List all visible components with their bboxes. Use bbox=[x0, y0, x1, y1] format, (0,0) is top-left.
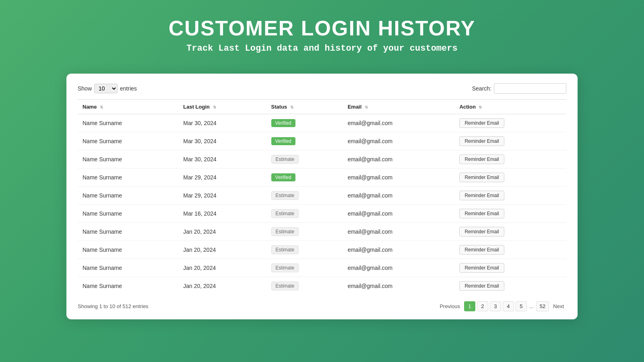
table-row: Name SurnameMar 30, 2024Estimateemail@gm… bbox=[78, 150, 566, 169]
status-badge: Estimate bbox=[271, 263, 299, 272]
pagination: Previous 1 2 3 4 5 ... 52 Next bbox=[437, 301, 566, 311]
search-input[interactable] bbox=[494, 83, 566, 94]
cell-action: Reminder Email bbox=[454, 187, 566, 205]
reminder-email-button[interactable]: Reminder Email bbox=[459, 281, 504, 291]
cell-action: Reminder Email bbox=[454, 150, 566, 169]
reminder-email-button[interactable]: Reminder Email bbox=[459, 209, 504, 218]
reminder-email-button[interactable]: Reminder Email bbox=[459, 191, 504, 200]
cell-last-login: Jan 20, 2024 bbox=[178, 241, 266, 259]
cell-status: Estimate bbox=[266, 277, 343, 295]
cell-action: Reminder Email bbox=[454, 132, 566, 150]
page-last-button[interactable]: 52 bbox=[536, 301, 549, 311]
sort-icon-status: ⇅ bbox=[290, 105, 293, 109]
table-header: Name ⇅ Last Login ⇅ Status ⇅ Email ⇅ Act… bbox=[78, 100, 566, 114]
data-table: Name ⇅ Last Login ⇅ Status ⇅ Email ⇅ Act… bbox=[78, 99, 566, 295]
cell-email: email@gmail.com bbox=[343, 223, 455, 241]
reminder-email-button[interactable]: Reminder Email bbox=[459, 245, 504, 255]
cell-last-login: Jan 20, 2024 bbox=[178, 259, 266, 277]
cell-last-login: Mar 30, 2024 bbox=[178, 132, 266, 150]
page-3-button[interactable]: 3 bbox=[490, 301, 501, 311]
col-header-last-login[interactable]: Last Login ⇅ bbox=[178, 100, 266, 114]
cell-name: Name Surname bbox=[78, 241, 178, 259]
reminder-email-button[interactable]: Reminder Email bbox=[459, 173, 504, 182]
page-subtitle: Track Last Login data and history of you… bbox=[169, 43, 475, 53]
table-body: Name SurnameMar 30, 2024Verifiedemail@gm… bbox=[78, 114, 566, 295]
cell-status: Estimate bbox=[266, 187, 343, 205]
cell-name: Name Surname bbox=[78, 114, 178, 132]
cell-status: Verified bbox=[266, 114, 343, 132]
cell-status: Verified bbox=[266, 132, 343, 150]
cell-name: Name Surname bbox=[78, 132, 178, 150]
reminder-email-button[interactable]: Reminder Email bbox=[459, 263, 504, 273]
cell-last-login: Mar 30, 2024 bbox=[178, 114, 266, 132]
cell-action: Reminder Email bbox=[454, 114, 566, 132]
status-badge: Verified bbox=[271, 119, 295, 127]
col-header-status[interactable]: Status ⇅ bbox=[266, 100, 343, 114]
table-row: Name SurnameMar 29, 2024Estimateemail@gm… bbox=[78, 187, 566, 205]
table-footer: Showing 1 to 10 of 512 entries Previous … bbox=[78, 301, 566, 311]
showing-text: Showing 1 to 10 of 512 entries bbox=[78, 303, 149, 309]
show-label-pre: Show bbox=[78, 85, 92, 92]
sort-icon-action: ⇅ bbox=[479, 105, 482, 109]
sort-icon-last-login: ⇅ bbox=[213, 105, 216, 109]
reminder-email-button[interactable]: Reminder Email bbox=[459, 136, 504, 146]
cell-email: email@gmail.com bbox=[343, 132, 455, 150]
cell-last-login: Mar 29, 2024 bbox=[178, 169, 266, 187]
cell-name: Name Surname bbox=[78, 150, 178, 169]
status-badge: Estimate bbox=[271, 191, 299, 200]
page-header: CUSTOMER LOGIN HISTORY Track Last Login … bbox=[169, 0, 475, 62]
table-row: Name SurnameJan 20, 2024Estimateemail@gm… bbox=[78, 259, 566, 277]
reminder-email-button[interactable]: Reminder Email bbox=[459, 118, 504, 128]
table-row: Name SurnameJan 20, 2024Estimateemail@gm… bbox=[78, 277, 566, 295]
cell-last-login: Jan 20, 2024 bbox=[178, 277, 266, 295]
table-controls: Show 10 25 50 100 entries Search: bbox=[78, 83, 566, 94]
cell-status: Estimate bbox=[266, 241, 343, 259]
status-badge: Estimate bbox=[271, 245, 299, 254]
status-badge: Estimate bbox=[271, 282, 299, 290]
reminder-email-button[interactable]: Reminder Email bbox=[459, 227, 504, 237]
cell-name: Name Surname bbox=[78, 223, 178, 241]
status-badge: Estimate bbox=[271, 155, 299, 164]
cell-name: Name Surname bbox=[78, 187, 178, 205]
pagination-ellipsis: ... bbox=[528, 302, 535, 311]
cell-last-login: Mar 30, 2024 bbox=[178, 150, 266, 169]
entries-select[interactable]: 10 25 50 100 bbox=[94, 84, 118, 93]
page-5-button[interactable]: 5 bbox=[516, 301, 527, 311]
cell-name: Name Surname bbox=[78, 205, 178, 223]
page-title: CUSTOMER LOGIN HISTORY bbox=[169, 16, 475, 40]
table-row: Name SurnameMar 29, 2024Verifiedemail@gm… bbox=[78, 169, 566, 187]
cell-status: Verified bbox=[266, 169, 343, 187]
show-entries-control: Show 10 25 50 100 entries bbox=[78, 84, 137, 93]
previous-button[interactable]: Previous bbox=[437, 302, 462, 311]
page-2-button[interactable]: 2 bbox=[477, 301, 488, 311]
col-header-email[interactable]: Email ⇅ bbox=[343, 100, 455, 114]
cell-email: email@gmail.com bbox=[343, 277, 455, 295]
reminder-email-button[interactable]: Reminder Email bbox=[459, 154, 504, 164]
page-1-button[interactable]: 1 bbox=[464, 301, 475, 311]
sort-icon-email: ⇅ bbox=[365, 105, 368, 109]
status-badge: Verified bbox=[271, 173, 295, 181]
col-header-action[interactable]: Action ⇅ bbox=[454, 100, 566, 114]
table-row: Name SurnameMar 30, 2024Verifiedemail@gm… bbox=[78, 132, 566, 150]
table-row: Name SurnameJan 20, 2024Estimateemail@gm… bbox=[78, 241, 566, 259]
cell-email: email@gmail.com bbox=[343, 241, 455, 259]
status-badge: Verified bbox=[271, 137, 295, 145]
cell-name: Name Surname bbox=[78, 259, 178, 277]
status-badge: Estimate bbox=[271, 227, 299, 236]
table-row: Name SurnameJan 20, 2024Estimateemail@gm… bbox=[78, 223, 566, 241]
table-row: Name SurnameMar 30, 2024Verifiedemail@gm… bbox=[78, 114, 566, 132]
cell-email: email@gmail.com bbox=[343, 150, 455, 169]
search-label: Search: bbox=[472, 85, 491, 92]
cell-email: email@gmail.com bbox=[343, 259, 455, 277]
cell-last-login: Mar 29, 2024 bbox=[178, 187, 266, 205]
page-4-button[interactable]: 4 bbox=[503, 301, 514, 311]
cell-action: Reminder Email bbox=[454, 277, 566, 295]
table-row: Name SurnameMar 16, 2024Estimateemail@gm… bbox=[78, 205, 566, 223]
show-label-post: entries bbox=[120, 85, 137, 92]
main-card: Show 10 25 50 100 entries Search: Name ⇅… bbox=[66, 74, 578, 319]
cell-action: Reminder Email bbox=[454, 223, 566, 241]
cell-status: Estimate bbox=[266, 223, 343, 241]
next-button[interactable]: Next bbox=[551, 302, 566, 311]
cell-action: Reminder Email bbox=[454, 241, 566, 259]
col-header-name[interactable]: Name ⇅ bbox=[78, 100, 178, 114]
